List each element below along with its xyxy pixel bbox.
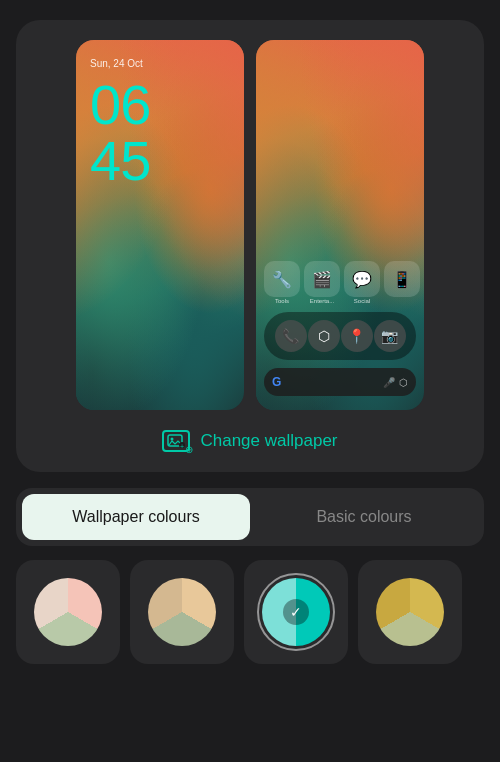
colour-tabs-row: Wallpaper colours Basic colours <box>16 488 484 546</box>
swatch-1[interactable] <box>16 560 120 664</box>
app-label-social: Social <box>354 298 370 304</box>
list-item: 🔧 Tools <box>264 261 300 304</box>
swatch-4-circle <box>376 578 444 646</box>
tab-wallpaper-colours[interactable]: Wallpaper colours <box>22 494 250 540</box>
app-icon-tools: 🔧 <box>264 261 300 297</box>
swatch-3-circle: ✓ <box>262 578 330 646</box>
swatch-2-circle <box>148 578 216 646</box>
mic-icon: 🎤 <box>383 377 395 388</box>
lock-date: Sun, 24 Oct <box>90 58 230 69</box>
lock-time: 06 45 <box>90 77 230 189</box>
google-search-bar[interactable]: G 🎤 ⬡ <box>264 368 416 396</box>
lock-screen-content: Sun, 24 Oct 06 45 <box>76 40 244 410</box>
list-item: 🎬 Enterta... <box>304 261 340 304</box>
app-icon-entertain: 🎬 <box>304 261 340 297</box>
home-screen-phone: 🔧 Tools 🎬 Enterta... 💬 Social 📱 <box>256 40 424 410</box>
lock-screen-phone: Sun, 24 Oct 06 45 <box>76 40 244 410</box>
lock-minute: 45 <box>90 133 230 189</box>
change-wallpaper-button[interactable]: + Change wallpaper <box>162 430 337 452</box>
phone-previews: Sun, 24 Oct 06 45 🔧 Tools 🎬 <box>76 40 424 410</box>
colour-swatches-row: ✓ <box>16 560 484 664</box>
svg-text:+: + <box>180 443 184 449</box>
change-wallpaper-label: Change wallpaper <box>200 431 337 451</box>
list-item: 💬 Social <box>344 261 380 304</box>
svg-point-1 <box>171 438 174 441</box>
app-label-tools: Tools <box>275 298 289 304</box>
list-item: 📱 <box>384 261 420 304</box>
lock-hour: 06 <box>90 77 230 133</box>
swatch-2[interactable] <box>130 560 234 664</box>
swatch-3-checkmark: ✓ <box>283 599 309 625</box>
change-wallpaper-icon: + <box>162 430 190 452</box>
swatch-4[interactable] <box>358 560 462 664</box>
google-logo: G <box>272 375 281 389</box>
swatch-3[interactable]: ✓ <box>244 560 348 664</box>
dock-phone-icon: 📞 <box>275 320 307 352</box>
swatch-1-circle <box>34 578 102 646</box>
app-label-entertain: Enterta... <box>310 298 334 304</box>
camera-search-icon: ⬡ <box>399 377 408 388</box>
dock-maps-icon: 📍 <box>341 320 373 352</box>
app-grid: 🔧 Tools 🎬 Enterta... 💬 Social 📱 <box>264 261 416 304</box>
dock-camera-icon: 📷 <box>374 320 406 352</box>
dock-home-icon: ⬡ <box>308 320 340 352</box>
app-icon-social: 💬 <box>344 261 380 297</box>
tab-basic-colours[interactable]: Basic colours <box>250 494 478 540</box>
home-screen-content: 🔧 Tools 🎬 Enterta... 💬 Social 📱 <box>256 40 424 410</box>
app-icon-msg: 📱 <box>384 261 420 297</box>
preview-card: Sun, 24 Oct 06 45 🔧 Tools 🎬 <box>16 20 484 472</box>
dock: 📞 ⬡ 📍 📷 <box>264 312 416 360</box>
